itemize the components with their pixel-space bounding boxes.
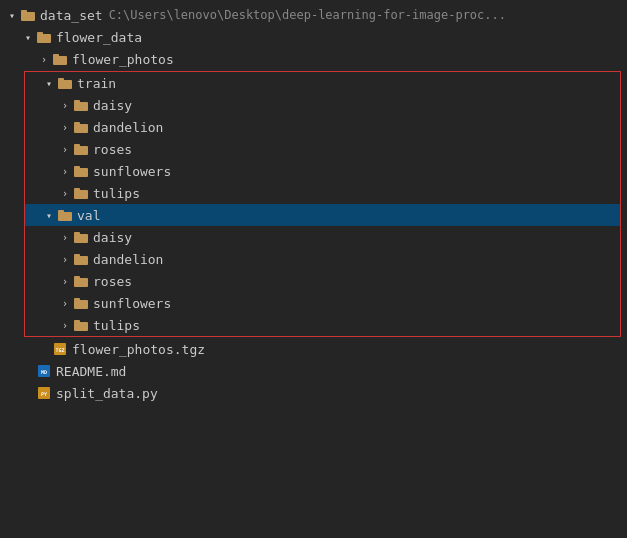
flower-photos-label: flower_photos [72,52,174,67]
tree-item-tulips-val[interactable]: tulips [25,314,620,336]
svg-text:TGZ: TGZ [55,347,64,353]
chevron-daisy-val [57,229,73,245]
svg-rect-19 [58,210,64,213]
svg-rect-26 [74,300,88,309]
svg-rect-8 [74,102,88,111]
svg-rect-2 [37,34,51,43]
tree-item-flower-data[interactable]: flower_data [0,26,627,48]
folder-icon-tulips-val [73,317,89,333]
bordered-section: train daisy dandelion [24,71,621,337]
tree-item-flower-photos-tgz[interactable]: › TGZ flower_photos.tgz [0,338,627,360]
svg-rect-13 [74,144,80,147]
svg-rect-28 [74,322,88,331]
svg-rect-12 [74,146,88,155]
tulips-train-label: tulips [93,186,140,201]
dandelion-val-label: dandelion [93,252,163,267]
svg-rect-4 [53,56,67,65]
tree-item-train[interactable]: train [25,72,620,94]
folder-icon-val [57,207,73,223]
sunflowers-train-label: sunflowers [93,164,171,179]
svg-rect-21 [74,232,80,235]
chevron-flower-data [20,29,36,45]
folder-icon-sunflowers-train [73,163,89,179]
svg-rect-18 [58,212,72,221]
sunflowers-val-label: sunflowers [93,296,171,311]
chevron-sunflowers-train [57,163,73,179]
val-label: val [77,208,100,223]
svg-rect-15 [74,166,80,169]
chevron-dataset [4,7,20,23]
chevron-daisy-train [57,97,73,113]
tree-item-dandelion-val[interactable]: dandelion [25,248,620,270]
chevron-tulips-train [57,185,73,201]
folder-icon-sunflowers-val [73,295,89,311]
svg-rect-7 [58,78,64,81]
svg-text:MD: MD [41,369,47,375]
tree-item-tulips-train[interactable]: tulips [25,182,620,204]
tree-item-daisy-val[interactable]: daisy [25,226,620,248]
dandelion-train-label: dandelion [93,120,163,135]
folder-icon-train [57,75,73,91]
py-icon: PY [36,385,52,401]
svg-rect-10 [74,124,88,133]
readme-label: README.md [56,364,126,379]
svg-rect-27 [74,298,80,301]
tree-item-split-data[interactable]: › PY split_data.py [0,382,627,404]
folder-icon-roses-val [73,273,89,289]
chevron-roses-val [57,273,73,289]
roses-train-label: roses [93,142,132,157]
svg-rect-25 [74,276,80,279]
svg-rect-23 [74,254,80,257]
tree-item-sunflowers-train[interactable]: sunflowers [25,160,620,182]
tree-item-roses-train[interactable]: roses [25,138,620,160]
tree-item-roses-val[interactable]: roses [25,270,620,292]
svg-rect-24 [74,278,88,287]
folder-icon-daisy-val [73,229,89,245]
chevron-tulips-val [57,317,73,333]
tree-item-dandelion-train[interactable]: dandelion [25,116,620,138]
md-icon: MD [36,363,52,379]
tree-item-flower-photos[interactable]: flower_photos [0,48,627,70]
chevron-train [41,75,57,91]
folder-icon-tulips-train [73,185,89,201]
svg-rect-20 [74,234,88,243]
tree-item-daisy-train[interactable]: daisy [25,94,620,116]
chevron-dandelion-val [57,251,73,267]
train-label: train [77,76,116,91]
svg-rect-6 [58,80,72,89]
daisy-train-label: daisy [93,98,132,113]
svg-rect-29 [74,320,80,323]
folder-icon-daisy-train [73,97,89,113]
file-tree: data_set C:\Users\lenovo\Desktop\deep-le… [0,0,627,408]
svg-rect-11 [74,122,80,125]
flower-data-label: flower_data [56,30,142,45]
svg-rect-1 [21,10,27,13]
tree-item-sunflowers-val[interactable]: sunflowers [25,292,620,314]
tree-item-readme[interactable]: › MD README.md [0,360,627,382]
svg-rect-14 [74,168,88,177]
svg-rect-5 [53,54,59,57]
svg-text:PY: PY [41,391,47,397]
svg-rect-22 [74,256,88,265]
chevron-val [41,207,57,223]
dataset-path: C:\Users\lenovo\Desktop\deep-learning-fo… [109,8,506,22]
folder-icon-dataset [20,7,36,23]
tree-item-dataset[interactable]: data_set C:\Users\lenovo\Desktop\deep-le… [0,4,627,26]
tree-item-val[interactable]: val [25,204,620,226]
roses-val-label: roses [93,274,132,289]
svg-rect-3 [37,32,43,35]
folder-icon-flower-photos [52,51,68,67]
chevron-flower-photos [36,51,52,67]
tulips-val-label: tulips [93,318,140,333]
svg-rect-16 [74,190,88,199]
folder-icon-flower-data [36,29,52,45]
daisy-val-label: daisy [93,230,132,245]
chevron-roses-train [57,141,73,157]
chevron-dandelion-train [57,119,73,135]
flower-photos-tgz-label: flower_photos.tgz [72,342,205,357]
folder-icon-dandelion-val [73,251,89,267]
folder-icon-dandelion-train [73,119,89,135]
chevron-sunflowers-val [57,295,73,311]
tgz-icon: TGZ [52,341,68,357]
folder-icon-roses-train [73,141,89,157]
